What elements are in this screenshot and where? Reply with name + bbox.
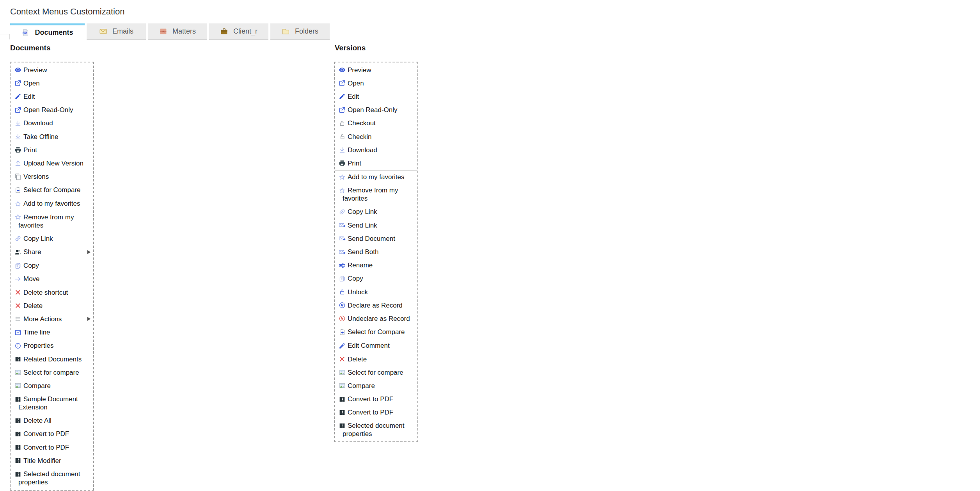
menu-item-send-document[interactable]: Send Document bbox=[335, 232, 417, 245]
checkin-icon bbox=[339, 133, 346, 140]
menu-item-open[interactable]: Open bbox=[335, 76, 417, 90]
menu-item-title-modifier[interactable]: Title Modifier bbox=[11, 454, 93, 467]
menu-item-label: Open bbox=[348, 80, 364, 87]
menu-item-edit[interactable]: Edit bbox=[11, 90, 93, 103]
menu-item-delete[interactable]: Delete bbox=[11, 299, 93, 312]
menu-item-checkout[interactable]: Checkout bbox=[335, 117, 417, 130]
menu-item-print[interactable]: Print bbox=[335, 157, 417, 170]
menu-item-download[interactable]: Download bbox=[11, 117, 93, 130]
menu-item-rename[interactable]: Rename bbox=[335, 259, 417, 272]
tab-client-r[interactable]: Client_r bbox=[209, 23, 268, 40]
menu-item-convert-to-pdf[interactable]: Convert to PDF bbox=[335, 406, 417, 419]
move-icon bbox=[14, 276, 21, 283]
menu-item-sample-document-extension[interactable]: Sample Document Extension bbox=[11, 393, 93, 414]
versions-context-menu: PreviewOpenEditOpen Read-OnlyCheckoutChe… bbox=[334, 62, 418, 442]
timeline-icon bbox=[14, 329, 21, 336]
menu-item-select-for-compare[interactable]: Select for Compare bbox=[11, 183, 93, 197]
menu-item-copy-link[interactable]: Copy Link bbox=[335, 205, 417, 219]
pencil-icon bbox=[14, 93, 21, 100]
copy-icon bbox=[339, 275, 346, 282]
menu-item-add-to-my-favorites[interactable]: Add to my favorites bbox=[335, 171, 417, 184]
menu-item-more-actions[interactable]: More Actions bbox=[11, 312, 93, 326]
menu-item-label: Take Offline bbox=[23, 133, 58, 141]
menu-item-download[interactable]: Download bbox=[335, 143, 417, 157]
image-icon bbox=[14, 382, 21, 389]
menu-item-preview[interactable]: Preview bbox=[11, 63, 93, 76]
menu-item-select-for-compare[interactable]: Select for Compare bbox=[335, 326, 417, 339]
menu-item-label: Undeclare as Record bbox=[348, 315, 410, 322]
menu-item-copy[interactable]: Copy bbox=[11, 259, 93, 272]
menu-item-label: Send Link bbox=[348, 222, 377, 229]
menu-item-label: Preview bbox=[23, 66, 47, 74]
menu-item-properties[interactable]: Properties bbox=[11, 339, 93, 352]
menu-item-versions[interactable]: Versions bbox=[11, 170, 93, 183]
menu-item-delete-shortcut[interactable]: Delete shortcut bbox=[11, 286, 93, 299]
menu-item-add-to-my-favorites[interactable]: Add to my favorites bbox=[11, 197, 93, 210]
menu-item-selected-document-properties[interactable]: Selected document properties bbox=[335, 419, 417, 441]
star-icon bbox=[339, 187, 346, 194]
menu-item-preview[interactable]: Preview bbox=[335, 63, 417, 76]
menu-item-checkin[interactable]: Checkin bbox=[335, 130, 417, 143]
menu-item-share[interactable]: Share bbox=[11, 245, 93, 258]
menu-item-convert-to-pdf[interactable]: Convert to PDF bbox=[335, 393, 417, 406]
versions-icon bbox=[14, 173, 21, 180]
menu-item-remove-from-my-favorites[interactable]: Remove from my favorites bbox=[11, 210, 93, 232]
menu-item-label: Unlock bbox=[348, 288, 368, 296]
open-in-new-icon bbox=[14, 107, 21, 114]
delete-icon bbox=[14, 302, 21, 309]
menu-item-undeclare-as-record[interactable]: Undeclare as Record bbox=[335, 312, 417, 325]
menu-item-delete[interactable]: Delete bbox=[335, 352, 417, 366]
menu-item-take-offline[interactable]: Take Offline bbox=[11, 130, 93, 143]
copy-icon bbox=[14, 262, 21, 269]
menu-item-move[interactable]: Move bbox=[11, 272, 93, 286]
open-in-new-icon bbox=[339, 107, 346, 114]
menu-item-label: Checkout bbox=[348, 119, 376, 127]
eye-icon bbox=[339, 66, 346, 73]
record-red-icon bbox=[339, 315, 346, 322]
menu-item-unlock[interactable]: Unlock bbox=[335, 285, 417, 299]
doc-file-icon: DOC bbox=[21, 28, 30, 37]
email-icon bbox=[99, 27, 107, 36]
menu-item-select-for-compare[interactable]: Select for compare bbox=[335, 366, 417, 379]
menu-item-open-read-only[interactable]: Open Read-Only bbox=[335, 103, 417, 117]
menu-item-open[interactable]: Open bbox=[11, 76, 93, 90]
menu-item-delete-all[interactable]: Delete All bbox=[11, 414, 93, 427]
menu-item-compare[interactable]: Compare bbox=[335, 379, 417, 392]
menu-item-label: Title Modifier bbox=[23, 457, 61, 464]
menu-item-open-read-only[interactable]: Open Read-Only bbox=[11, 103, 93, 117]
menu-item-edit[interactable]: Edit bbox=[335, 90, 417, 103]
printer-icon bbox=[339, 160, 346, 167]
menu-item-convert-to-pdf[interactable]: Convert to PDF bbox=[11, 427, 93, 441]
lock-icon bbox=[339, 120, 346, 127]
tab-matters[interactable]: Matters bbox=[148, 23, 207, 40]
tab-documents[interactable]: DOCDocuments bbox=[10, 23, 85, 40]
menu-item-compare[interactable]: Compare bbox=[11, 379, 93, 392]
share-icon bbox=[14, 249, 21, 256]
menu-item-time-line[interactable]: Time line bbox=[11, 326, 93, 339]
tab-strip-edge bbox=[0, 34, 10, 39]
menu-item-label: Properties bbox=[23, 342, 53, 349]
menu-item-select-for-compare[interactable]: Select for compare bbox=[11, 366, 93, 379]
menu-item-remove-from-my-favorites[interactable]: Remove from my favorites bbox=[335, 184, 417, 205]
menu-item-label: Print bbox=[23, 146, 37, 154]
menu-item-copy[interactable]: Copy bbox=[335, 272, 417, 285]
puzzle-icon bbox=[14, 356, 21, 363]
tab-emails[interactable]: Emails bbox=[87, 23, 146, 40]
menu-item-send-both[interactable]: Send Both bbox=[335, 245, 417, 258]
menu-item-convert-to-pdf[interactable]: Convert to PDF bbox=[11, 441, 93, 454]
delete-icon bbox=[14, 289, 21, 296]
folder-icon bbox=[282, 27, 290, 36]
link-icon bbox=[339, 208, 346, 215]
menu-item-edit-comment[interactable]: Edit Comment bbox=[335, 339, 417, 352]
star-icon bbox=[14, 213, 21, 221]
menu-item-copy-link[interactable]: Copy Link bbox=[11, 232, 93, 245]
menu-item-declare-as-record[interactable]: Declare as Record bbox=[335, 299, 417, 312]
tab-folders[interactable]: Folders bbox=[270, 23, 330, 40]
menu-item-selected-document-properties[interactable]: Selected document properties bbox=[11, 467, 93, 489]
menu-item-related-documents[interactable]: Related Documents bbox=[11, 352, 93, 366]
menu-item-send-link[interactable]: Send Link bbox=[335, 219, 417, 232]
menu-item-print[interactable]: Print bbox=[11, 143, 93, 157]
menu-item-upload-new-version[interactable]: Upload New Version bbox=[11, 157, 93, 170]
menu-item-label: Upload New Version bbox=[23, 160, 83, 167]
image-icon bbox=[339, 382, 346, 389]
